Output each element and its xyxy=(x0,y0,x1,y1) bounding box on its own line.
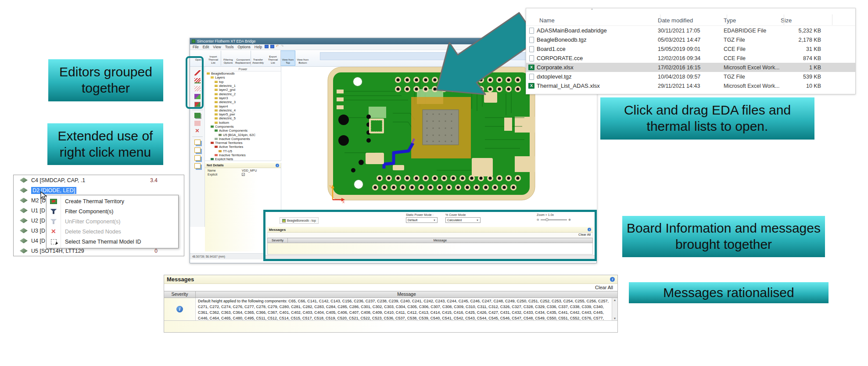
tree-item[interactable]: layer4 xyxy=(205,104,281,108)
toolbar-button[interactable]: Component Replacement xyxy=(236,50,251,66)
zoom-slider-thumb[interactable] xyxy=(545,218,549,221)
tree-item[interactable]: layer2_gnd xyxy=(205,88,281,92)
tree-item[interactable]: top xyxy=(205,80,281,84)
tree-item[interactable]: layer5_pwr xyxy=(205,112,281,116)
column-header-type[interactable]: Type xyxy=(724,17,781,24)
tree-item[interactable]: Layers xyxy=(205,75,281,79)
file-row[interactable]: Board1.cce 15/05/2019 09:01 CCE File 31 … xyxy=(526,44,855,54)
severity-column-header[interactable]: Severity xyxy=(268,238,288,243)
menu-item[interactable]: File xyxy=(193,45,199,49)
tree-item[interactable]: dielectric_5 xyxy=(205,116,281,120)
component-tool-icon[interactable] xyxy=(194,113,201,118)
file-row[interactable]: dxtoplevel.tgz 10/04/2018 09:57 TGZ File… xyxy=(526,72,855,81)
messages-grid-header: Severity Message xyxy=(267,238,593,243)
tree-item[interactable]: Explicit Nets xyxy=(205,157,281,161)
tree-item[interactable]: dielectric_3 xyxy=(205,100,281,104)
context-menu-item[interactable]: UnFilter Component(s) xyxy=(47,216,178,226)
file-row[interactable]: ADASMainBoard.edabridge 30/11/2021 17:05… xyxy=(526,26,855,35)
context-menu-item[interactable]: Select Same Thermal Model ID xyxy=(47,237,178,247)
tree-item[interactable]: bottom xyxy=(205,121,281,125)
column-header-size[interactable]: Size xyxy=(781,17,825,24)
net-explicit-label: Explicit xyxy=(208,173,242,176)
tree-item[interactable]: BeagleBoneodb xyxy=(205,72,281,75)
cover-mode-select[interactable]: Calculated ▼ xyxy=(445,217,481,223)
zoom-out-icon[interactable]: ⊖ xyxy=(537,218,539,221)
zoom-in-icon[interactable]: ⊕ xyxy=(568,218,571,221)
tree-item[interactable]: Inactive Components xyxy=(205,137,281,141)
tree-item[interactable]: dielectric_1 xyxy=(205,84,281,88)
quick-toolbar: ↶ ↷ xyxy=(265,45,283,48)
paste-tool-icon[interactable] xyxy=(194,147,201,153)
tree-item[interactable]: layer3 xyxy=(205,96,281,100)
net-name-row: Name VDD_MPU xyxy=(205,168,281,172)
scroll-down-icon[interactable]: ▼ xyxy=(613,317,617,320)
menu-item[interactable]: View xyxy=(213,45,221,49)
file-date-modified: 29/11/2021 14:43 xyxy=(658,83,724,89)
file-row[interactable]: Thermal_List_ADAS.xlsx 29/11/2021 14:43 … xyxy=(526,81,855,90)
toolbar-button[interactable]: Import Thermal List xyxy=(206,50,221,66)
toolbar-button[interactable]: Export Thermal List xyxy=(265,50,280,66)
context-menu-item[interactable]: Create Thermal Territory xyxy=(47,196,178,206)
message-row[interactable]: i Default height applied to the followin… xyxy=(164,298,617,321)
help-icon[interactable]: i xyxy=(588,228,591,231)
message-column-header[interactable]: Message xyxy=(196,291,617,298)
menu-item[interactable]: Tools xyxy=(225,45,234,49)
messages-empty-body xyxy=(267,243,593,255)
net-name-value[interactable]: VDD_MPU xyxy=(242,169,257,172)
file-row[interactable]: BeagleBoneodb.tgz 05/03/2021 14:47 TGZ F… xyxy=(526,35,855,44)
clone-tool-icon[interactable] xyxy=(194,163,201,169)
delete-tool-icon[interactable]: ✕ xyxy=(194,129,201,134)
board-tab[interactable]: BeagleBoneodb - top xyxy=(280,217,319,224)
zoom-slider[interactable]: ⊖ ⊕ xyxy=(537,218,571,221)
severity-column-header[interactable]: Severity xyxy=(164,291,196,298)
toolbar-button[interactable]: View from Top xyxy=(280,50,295,66)
tree-item[interactable]: Inactive Territories xyxy=(205,153,281,157)
context-menu-item[interactable]: Delete Selected Nodes xyxy=(47,226,178,237)
toolbar-button[interactable]: View from Bottom xyxy=(295,50,310,66)
toolbar-button[interactable]: Filtering Options xyxy=(221,50,236,66)
tree-item[interactable]: dielectric_4 xyxy=(205,108,281,112)
tree-item[interactable]: Components xyxy=(205,125,281,129)
undo-icon[interactable]: ↶ xyxy=(276,45,279,48)
sort-ascending-icon[interactable]: ˆ xyxy=(591,8,593,14)
help-icon[interactable]: i xyxy=(276,164,279,167)
file-row[interactable]: Corporate.xlsx 17/02/2016 16:15 Microsof… xyxy=(526,63,855,72)
column-header-date-modified[interactable]: Date modified xyxy=(658,17,724,24)
file-type-icon xyxy=(528,65,534,70)
file-type: CCE File xyxy=(724,55,781,61)
static-power-mode-select[interactable]: Default ▼ xyxy=(406,217,438,223)
explicit-checkbox[interactable]: ✓ xyxy=(242,173,245,176)
message-scrollbar[interactable]: ▲ ▼ xyxy=(612,298,617,320)
redo-icon[interactable]: ↷ xyxy=(281,45,284,48)
tree-item[interactable]: dielectric_2 xyxy=(205,92,281,96)
duplicate-tool-icon[interactable] xyxy=(194,155,201,161)
menu-item-label: Select Same Thermal Model ID xyxy=(61,239,141,245)
tree-item[interactable]: U5 [BGA_324pin, 62C xyxy=(205,133,281,136)
context-menu-item[interactable]: Filter Component(s) xyxy=(47,206,178,216)
help-icon[interactable]: i xyxy=(610,277,615,282)
tree-item[interactable]: Thermal Territories xyxy=(205,141,281,145)
clear-all-button[interactable]: Clear All xyxy=(578,233,591,237)
file-row[interactable]: CORPORATE.cce 12/02/2016 09:34 CCE File … xyxy=(526,54,855,63)
file-type-icon xyxy=(529,37,534,43)
message-column-header[interactable]: Message xyxy=(288,238,592,243)
toolbar-button[interactable]: Transfer Assembly xyxy=(251,50,265,66)
tree-item-icon xyxy=(215,101,218,103)
clear-all-button[interactable]: Clear All xyxy=(595,285,613,290)
tree-item[interactable]: Active Territories xyxy=(205,145,281,149)
component-row[interactable]: C4 [SMDCAP, CAP, .1 3.4 xyxy=(14,175,184,185)
scroll-up-icon[interactable]: ▲ xyxy=(613,298,617,301)
menu-item[interactable]: Edit xyxy=(203,45,209,49)
tree-item[interactable]: Active Components xyxy=(205,129,281,133)
save-icon[interactable] xyxy=(265,45,269,48)
copy-tool-icon[interactable] xyxy=(194,140,201,145)
cover-mode-group: % Cover Mode Calculated ▼ xyxy=(445,213,481,223)
column-header-name[interactable]: Name xyxy=(526,17,658,24)
menu-item[interactable]: Options xyxy=(237,45,250,49)
save-all-icon[interactable] xyxy=(270,45,274,48)
toolbar-button-label: View from Bottom xyxy=(296,58,309,65)
tree-item[interactable]: TT-U5 xyxy=(205,149,281,153)
board-info-bottom-strip xyxy=(265,255,595,259)
menu-item[interactable]: Help xyxy=(255,45,262,49)
component-row[interactable]: D2 [DIODE, LED] xyxy=(14,185,184,195)
